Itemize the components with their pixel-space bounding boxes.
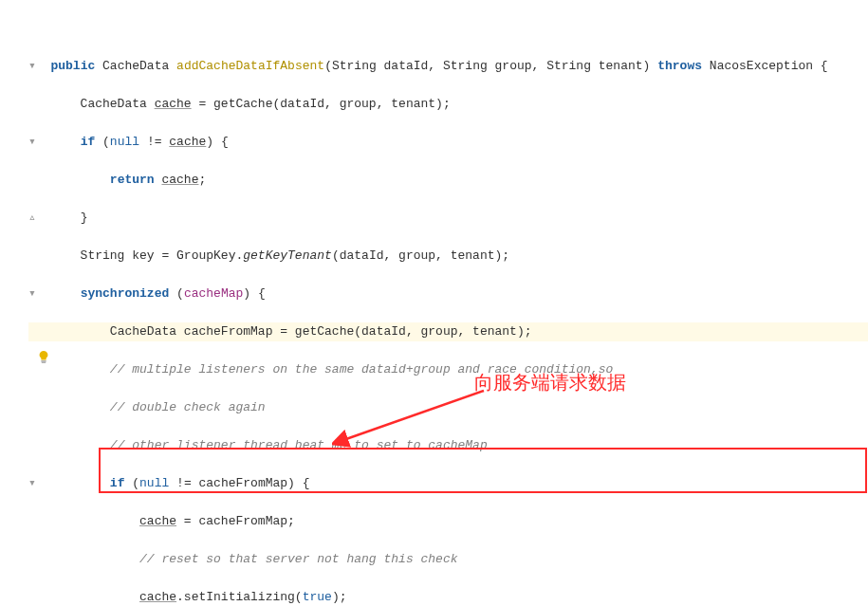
fold-toggle-icon[interactable]: ▾	[28, 476, 36, 490]
code-line: CacheData cacheFromMap = getCache(dataId…	[28, 322, 868, 341]
code-line: String key = GroupKey.getKeyTenant(dataI…	[28, 247, 868, 266]
code-line: cache.setInitializing(true);	[28, 588, 868, 606]
code-line: ▾ synchronized (cacheMap) {	[28, 285, 868, 303]
intention-bulb-icon[interactable]	[8, 331, 21, 344]
code-line: return cache;	[28, 171, 868, 190]
fold-toggle-icon[interactable]: ▾	[28, 135, 36, 149]
code-editor[interactable]: ▾ public CacheData addCacheDataIfAbsent(…	[28, 0, 868, 606]
code-line: CacheData cache = getCache(dataId, group…	[28, 95, 868, 114]
svg-line-2	[343, 391, 484, 440]
editor-gutter	[0, 0, 27, 606]
code-line: // reset so that server not hang this ch…	[28, 550, 868, 569]
code-line: ▵ }	[28, 209, 868, 228]
annotation-text: 向服务端请求数据	[474, 373, 626, 392]
code-line: ▾ if (null != cache) {	[28, 133, 868, 152]
code-line: ▾ public CacheData addCacheDataIfAbsent(…	[28, 57, 868, 76]
code-line: // multiple listeners on the same dataid…	[28, 360, 868, 379]
annotation-highlight-box	[99, 448, 867, 493]
annotation-arrow-icon	[332, 383, 493, 450]
code-line: cache = cacheFromMap;	[28, 512, 868, 531]
fold-toggle-icon[interactable]: ▾	[28, 286, 36, 301]
fold-toggle-icon[interactable]: ▾	[28, 59, 36, 73]
